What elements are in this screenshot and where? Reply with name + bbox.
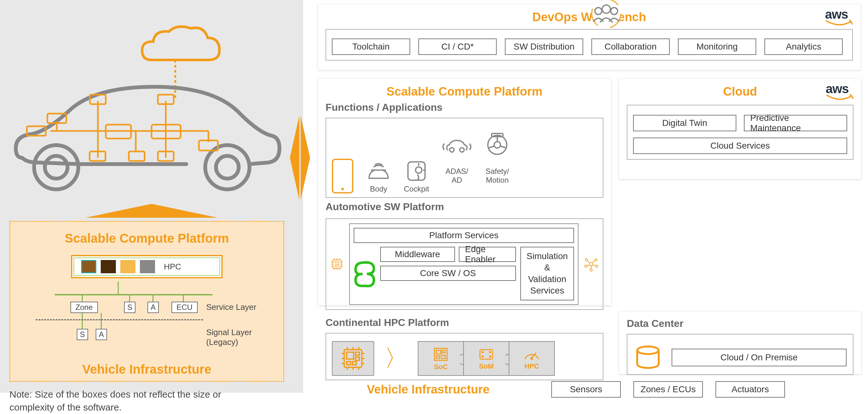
puzzle-som: SoM (463, 341, 509, 376)
svg-point-52 (585, 259, 588, 261)
zones-ecus-box: Zones / ECUs (633, 381, 703, 397)
devops-workbench-card: DevOps Workbench aws Toolchain CI / CD* … (318, 4, 861, 70)
devops-item-cicd: CI / CD* (418, 38, 497, 55)
svg-rect-64 (355, 352, 359, 355)
edge-enabler-box: Edge Enabler (459, 247, 516, 262)
svg-point-1 (34, 145, 78, 189)
devops-item-monitoring: Monitoring (678, 38, 756, 55)
svg-marker-22 (290, 116, 299, 200)
svg-text:10101: 10101 (334, 265, 340, 267)
cloud-services-box: Cloud Services (633, 137, 847, 154)
car-icon (9, 69, 284, 202)
database-icon (634, 345, 662, 370)
scp-card-title: Scalable Compute Platform (326, 85, 603, 98)
svg-point-53 (595, 259, 597, 261)
svg-line-60 (593, 265, 595, 266)
svg-rect-67 (352, 362, 356, 365)
chip-square-1 (81, 260, 96, 273)
svg-point-54 (585, 265, 587, 267)
devops-item-collab: Collaboration (591, 38, 670, 55)
s-box-2: S (77, 329, 88, 340)
cloud-title: Cloud (627, 85, 854, 98)
svg-rect-83 (436, 356, 439, 358)
hpc-platform-header: Continental HPC Platform (326, 317, 603, 328)
data-center-title: Data Center (627, 318, 854, 329)
aws-logo: aws (825, 7, 854, 27)
svg-point-92 (637, 347, 659, 354)
svg-rect-84 (441, 355, 445, 358)
svg-line-57 (587, 261, 590, 263)
hpc-row: 〉 SoC SoM HPC (332, 341, 597, 376)
chip-square-2 (101, 260, 116, 273)
actuators-box: Actuators (715, 381, 785, 397)
svg-point-88 (482, 356, 483, 357)
scp-card: Scalable Compute Platform Functions / Ap… (318, 78, 611, 306)
zone-box: Zone (70, 302, 98, 313)
triangle-accent-icon (85, 202, 218, 221)
chip-square-4 (140, 260, 155, 273)
s-box-1: S (124, 302, 135, 313)
chip-square-3 (120, 260, 135, 273)
svg-text:0100: 0100 (335, 263, 339, 265)
devops-item-analytics: Analytics (765, 38, 843, 55)
layer-diagram: Zone S A ECU Service Layer S A Signal La… (17, 282, 277, 351)
simval-box: Simulation & Validation Services (520, 247, 575, 300)
svg-rect-65 (355, 357, 359, 360)
platform-services-box: Platform Services (354, 228, 575, 243)
svg-text:10101: 10101 (334, 261, 340, 263)
vi-left-title: Vehicle Infrastructure (10, 362, 283, 377)
svg-point-89 (489, 356, 491, 357)
chevron-right-icon: 〉 (384, 343, 408, 374)
a-box-2: A (96, 329, 107, 340)
svg-marker-21 (85, 204, 218, 218)
sensors-box: Sensors (551, 381, 621, 397)
core-sw-box: Core SW / OS (380, 266, 516, 281)
devops-item-toolchain: Toolchain (332, 38, 410, 55)
svg-rect-82 (442, 350, 445, 353)
aws-logo: aws (826, 82, 854, 102)
hpc-block: HPC (71, 255, 223, 278)
signal-layer-label: Signal Layer (Legacy) (206, 327, 252, 347)
svg-point-87 (489, 352, 491, 353)
scp-left-panel: Scalable Compute Platform HPC Zone S A E… (9, 221, 284, 382)
chip-binary-icon: 10101 0100 10101 (331, 251, 344, 277)
chip-layout-icon (332, 341, 374, 376)
svg-point-3 (205, 145, 249, 189)
svg-point-31 (460, 148, 464, 152)
svg-rect-63 (347, 352, 354, 359)
ecu-box: ECU (172, 302, 198, 313)
svg-point-55 (595, 265, 598, 267)
svg-point-4 (216, 156, 239, 179)
puzzle-hpc: HPC (509, 341, 555, 376)
svg-rect-85 (480, 350, 493, 359)
sw-platform-header: Automotive SW Platform (326, 201, 603, 213)
car-cloud-illustration (9, 6, 284, 208)
vi-footer-title: Vehicle Infrastructure (318, 383, 539, 396)
funcs-header: Functions / Applications (326, 102, 603, 113)
cloud-icon (129, 22, 227, 76)
svg-point-91 (531, 357, 533, 359)
cloud-card: Cloud aws Digital Twin Predictive Mainte… (619, 78, 861, 179)
func-body: Body (365, 161, 392, 193)
func-cockpit: Cockpit (404, 159, 429, 193)
bidirectional-arrow-icon (287, 114, 313, 202)
svg-marker-23 (301, 116, 310, 200)
devops-item-swdist: SW Distribution (505, 38, 583, 55)
funcs-row: Body Cockpit ADAS/ AD Safety/ Motion (332, 124, 597, 193)
data-center-card: Data Center Cloud / On Premise (619, 311, 861, 374)
svg-point-29 (415, 167, 422, 173)
digital-twin-box: Digital Twin (633, 115, 736, 131)
service-layer-label: Service Layer (206, 302, 256, 312)
svg-point-2 (45, 156, 68, 179)
svg-rect-28 (408, 162, 425, 180)
cloud-onprem-box: Cloud / On Premise (672, 349, 846, 367)
svg-point-86 (482, 352, 483, 353)
svg-point-56 (590, 269, 592, 271)
svg-line-58 (592, 261, 595, 263)
middleware-box: Middleware (380, 247, 455, 262)
eb-logo-icon (354, 247, 376, 300)
sw-platform-block: 10101 0100 10101 Platform Services Middl… (326, 218, 603, 310)
footnote: Note: Size of the boxes does not reflect… (9, 388, 221, 414)
svg-point-30 (450, 148, 454, 152)
svg-line-59 (587, 265, 590, 266)
